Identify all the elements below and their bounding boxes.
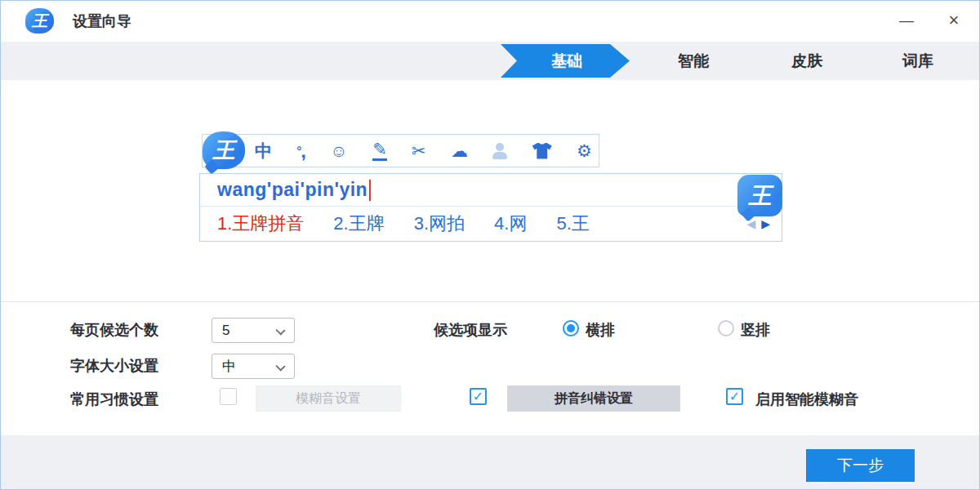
pinyin-correction-button[interactable]: 拼音纠错设置 [507, 385, 680, 412]
app-logo-glyph: 王 [32, 11, 47, 32]
check-icon: ✓ [729, 389, 740, 404]
vertical-radio[interactable] [718, 320, 734, 336]
candidate-3[interactable]: 3.网拍 [414, 212, 465, 236]
ime-logo-glyph: 王 [213, 136, 235, 165]
minimize-button[interactable]: — [888, 1, 925, 42]
cloud-icon[interactable]: ☁ [451, 142, 468, 159]
section-divider [1, 301, 979, 302]
ime-badge-glyph: 王 [749, 180, 772, 212]
horizontal-radio[interactable] [563, 320, 579, 336]
emoji-icon[interactable]: ☺ [330, 142, 347, 159]
composition-text: wang'pai'pin'yin [217, 179, 368, 201]
tab-dictionary[interactable]: 词库 [881, 42, 955, 80]
candidate-display-label: 候选项显示 [434, 318, 507, 342]
app-logo-icon: 王 [25, 8, 54, 33]
gear-icon[interactable]: ⚙ [577, 142, 592, 159]
chinese-mode-icon[interactable]: 中 [255, 142, 272, 159]
tab-basic[interactable]: 基础 [501, 44, 630, 78]
chevron-down-icon [275, 361, 285, 371]
next-step-button[interactable]: 下一步 [806, 449, 915, 482]
candidates-per-page-select[interactable]: 5 [212, 318, 295, 343]
habits-checkbox[interactable] [220, 388, 237, 405]
candidate-1[interactable]: 1.王牌拼音 [217, 212, 304, 236]
ime-toolbar-icons: 中 °, ☺ ✎ ✂ ☁ ⚙ [255, 135, 592, 167]
font-size-value: 中 [222, 357, 236, 376]
habits-label: 常用习惯设置 [70, 387, 158, 412]
pinyin-correction-checkbox[interactable]: ✓ [470, 388, 487, 405]
candidate-4[interactable]: 4.网 [494, 212, 527, 236]
next-page-icon[interactable]: ▶ [761, 217, 770, 230]
candidates-per-page-label: 每页候选个数 [70, 318, 158, 342]
close-button[interactable]: × [935, 1, 973, 42]
font-size-label: 字体大小设置 [70, 354, 158, 378]
account-icon[interactable] [492, 143, 507, 159]
punctuation-icon[interactable]: °, [296, 145, 305, 157]
ime-badge-icon: 王 [737, 175, 782, 216]
scissors-icon[interactable]: ✂ [412, 142, 426, 159]
candidate-2[interactable]: 2.王牌 [333, 212, 384, 236]
candidate-window-preview: wang'pai'pin'yin 1.王牌拼音 2.王牌 3.网拍 4.网 5.… [199, 173, 782, 242]
handwriting-icon[interactable]: ✎ [372, 140, 387, 161]
candidate-5[interactable]: 5.王 [556, 212, 589, 236]
vertical-radio-label[interactable]: 竖排 [741, 319, 770, 341]
candidate-row: 1.王牌拼音 2.王牌 3.网拍 4.网 5.王 ◀ ▶ [200, 207, 782, 241]
chevron-down-icon [275, 325, 285, 335]
ime-toolbar-preview: 中 °, ☺ ✎ ✂ ☁ ⚙ [202, 134, 599, 167]
setup-wizard-window: 王 设置向导 — × 基础 智能 皮肤 词库 中 °, ☺ ✎ ✂ ☁ ⚙ 王 [0, 0, 980, 490]
skin-icon[interactable] [532, 143, 552, 159]
text-caret [369, 180, 371, 201]
smart-fuzzy-label[interactable]: 启用智能模糊音 [755, 387, 858, 412]
fuzzy-settings-button[interactable]: 模糊音设置 [256, 385, 401, 412]
candidates-per-page-value: 5 [222, 323, 229, 339]
ime-logo-icon[interactable]: 王 [203, 131, 245, 169]
title-bar: 王 设置向导 — × [1, 1, 979, 42]
check-icon: ✓ [473, 389, 483, 404]
window-title: 设置向导 [73, 1, 131, 42]
composition-row: wang'pai'pin'yin [200, 174, 782, 207]
tab-smart[interactable]: 智能 [657, 42, 730, 80]
tab-skin[interactable]: 皮肤 [770, 42, 844, 80]
wizard-tab-bar: 基础 智能 皮肤 词库 [1, 42, 979, 80]
smart-fuzzy-checkbox[interactable]: ✓ [726, 388, 743, 405]
bottom-bar: 下一步 [1, 435, 979, 490]
font-size-select[interactable]: 中 [212, 354, 295, 379]
horizontal-radio-label[interactable]: 横排 [586, 319, 615, 341]
